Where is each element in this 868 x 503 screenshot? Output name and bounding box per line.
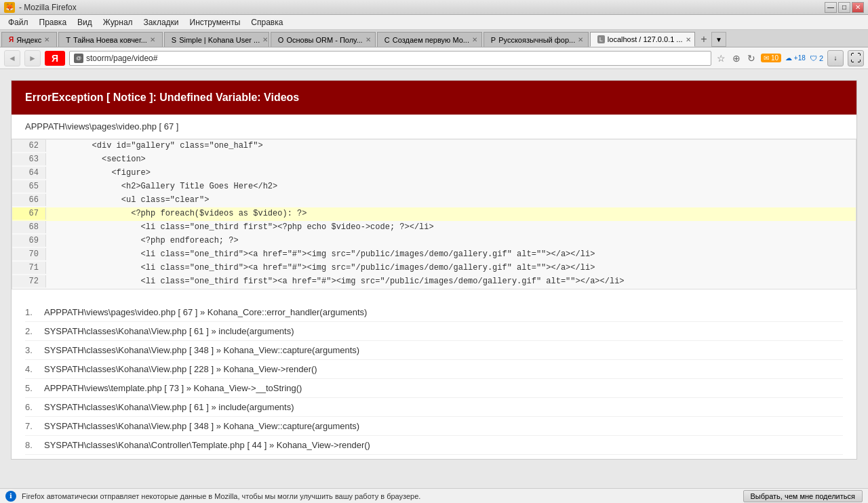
forward-button[interactable]: ► xyxy=(24,50,41,66)
stack-item-text: APPPATH\views\template.php [ 73 ] » Koha… xyxy=(44,383,302,393)
line-number: 70 xyxy=(12,248,46,260)
url-bar[interactable]: @ stoorm/page/video# xyxy=(69,51,711,66)
stack-item-text: APPPATH\views\pages\video.php [ 67 ] » K… xyxy=(44,307,367,317)
title-bar: 🦊 - Mozilla Firefox — □ ✕ xyxy=(0,0,868,15)
tab-label: Создаем первую Мо... xyxy=(393,36,469,44)
tab-label: Simple | Kohana User ... xyxy=(179,36,260,44)
code-line: 63 <section> xyxy=(12,153,856,167)
yandex-logo[interactable]: Я xyxy=(45,51,65,66)
error-title: ErrorException [ Notice ]: Undefined Var… xyxy=(25,92,299,103)
line-code: <ul class="clear"> xyxy=(46,194,216,206)
stack-item-number: 1. xyxy=(25,307,39,317)
stack-item-text: SYSPATH\classes\Kohana\View.php [ 228 ] … xyxy=(44,364,317,374)
tab-close-icon[interactable]: ✕ xyxy=(262,36,268,43)
url-favicon: @ xyxy=(74,54,83,63)
info-icon: ℹ xyxy=(5,491,16,502)
stack-item-number: 7. xyxy=(25,421,39,431)
tab-close-icon[interactable]: ✕ xyxy=(578,36,583,43)
line-number: 65 xyxy=(12,180,46,193)
url-text: stoorm/page/video# xyxy=(86,54,157,63)
tab-label: Русскоязычный фор... xyxy=(498,36,575,44)
stack-item: 2.SYSPATH\classes\Kohana\View.php [ 61 ]… xyxy=(25,322,843,341)
code-line: 66 <ul class="clear"> xyxy=(12,194,856,207)
mail-badge[interactable]: ✉ 10 xyxy=(761,54,781,62)
tab-favicon: С xyxy=(384,36,390,44)
tab-localhost[interactable]: L localhost / 127.0.0.1 ... ✕ xyxy=(590,32,695,47)
tab-favicon: Р xyxy=(491,36,496,44)
line-number: 69 xyxy=(12,235,46,247)
code-line: 62 <div id="gallery" class="one_half"> xyxy=(12,140,856,153)
tab-sozdaem[interactable]: С Создаем первую Мо... ✕ xyxy=(377,32,482,47)
stack-item: 4.SYSPATH\classes\Kohana\View.php [ 228 … xyxy=(25,360,843,379)
tab-close-icon[interactable]: ✕ xyxy=(472,36,477,43)
line-number: 63 xyxy=(12,153,46,165)
menu-help[interactable]: Справка xyxy=(245,16,288,28)
tab-favicon: T xyxy=(66,36,71,44)
stack-item-text: SYSPATH\classes\Kohana\View.php [ 348 ] … xyxy=(44,345,359,355)
line-number: 68 xyxy=(12,221,46,233)
stack-item-number: 6. xyxy=(25,402,39,412)
code-line: 69 <?php endforeach; ?> xyxy=(12,235,856,248)
menu-tools[interactable]: Инструменты xyxy=(184,16,246,28)
line-number: 72 xyxy=(12,275,46,287)
minimize-button[interactable]: — xyxy=(825,2,837,13)
line-number: 62 xyxy=(12,140,46,152)
tab-yandex[interactable]: Я Яндекс ✕ xyxy=(1,32,57,47)
maximize-button[interactable]: □ xyxy=(838,2,850,13)
stack-item: 8.SYSPATH\classes\Kohana\Controller\Temp… xyxy=(25,436,843,455)
close-button[interactable]: ✕ xyxy=(852,2,864,13)
fullscreen-button[interactable]: ⛶ xyxy=(848,50,864,66)
new-tab-button[interactable]: + xyxy=(696,32,711,47)
status-button[interactable]: Выбрать, чем мне поделиться xyxy=(743,490,863,502)
tab-tayna[interactable]: T Тайна Ноева ковчег... ✕ xyxy=(58,32,163,47)
tab-label: Тайна Ноева ковчег... xyxy=(73,36,147,44)
menu-bookmarks[interactable]: Закладки xyxy=(138,16,184,28)
tab-russky[interactable]: Р Русскоязычный фор... ✕ xyxy=(484,32,589,47)
status-text: Firefox автоматически отправляет некотор… xyxy=(22,492,738,500)
line-number: 67 xyxy=(12,207,46,220)
code-line: 65 <h2>Gallery Title Goes Here</h2> xyxy=(12,180,856,194)
line-number: 71 xyxy=(12,262,46,274)
tab-close-icon[interactable]: ✕ xyxy=(44,36,50,43)
stack-item: 6.SYSPATH\classes\Kohana\View.php [ 61 ]… xyxy=(25,398,843,417)
title-bar-buttons[interactable]: — □ ✕ xyxy=(825,2,864,13)
shield-badge[interactable]: 🛡 2 xyxy=(810,54,823,62)
download-button[interactable]: ↓ xyxy=(827,50,844,66)
tab-close-icon[interactable]: ✕ xyxy=(366,36,371,43)
line-code: <li class="one_third first"><a href="#">… xyxy=(46,275,631,287)
menu-view[interactable]: Вид xyxy=(72,16,98,28)
file-path: APPPATH\views\pages\video.php [ 67 ] xyxy=(12,115,856,139)
star-icon[interactable]: ☆ xyxy=(715,52,727,65)
browser-content-area: ErrorException [ Notice ]: Undefined Var… xyxy=(0,69,868,496)
line-code: <figure> xyxy=(46,167,157,179)
stack-item-number: 4. xyxy=(25,364,39,374)
line-code: <?php endforeach; ?> xyxy=(46,235,245,247)
menu-bar: Файл Правка Вид Журнал Закладки Инструме… xyxy=(0,15,868,30)
tab-close-icon[interactable]: ✕ xyxy=(150,36,155,43)
stack-item: 5.APPPATH\views\template.php [ 73 ] » Ko… xyxy=(25,379,843,398)
tab-kohana-simple[interactable]: S Simple | Kohana User ... ✕ xyxy=(164,32,269,47)
back-button[interactable]: ◄ xyxy=(4,50,20,66)
stack-item-text: SYSPATH\classes\Kohana\Controller\Templa… xyxy=(44,440,370,450)
weather-badge: ☁ +18 xyxy=(785,54,806,62)
tab-favicon: О xyxy=(278,36,284,44)
file-path-text: APPPATH\views\pages\video.php [ 67 ] xyxy=(25,121,178,132)
menu-history[interactable]: Журнал xyxy=(98,16,138,28)
tab-list-button[interactable]: ▼ xyxy=(711,32,726,47)
line-number: 64 xyxy=(12,167,46,179)
bookmark-icon[interactable]: ⊕ xyxy=(731,52,742,65)
address-bar: ◄ ► Я @ stoorm/page/video# ☆ ⊕ ↻ ✉ 10 ☁ … xyxy=(0,47,868,69)
refresh-icon[interactable]: ↻ xyxy=(746,52,757,65)
stack-item: 3.SYSPATH\classes\Kohana\View.php [ 348 … xyxy=(25,341,843,360)
menu-edit[interactable]: Правка xyxy=(34,16,73,28)
code-line: 72 <li class="one_third first"><a href="… xyxy=(12,275,856,289)
line-code: <li class="one_third"><a href="#"><img s… xyxy=(46,262,601,274)
code-line: 64 <figure> xyxy=(12,167,856,180)
tab-close-icon[interactable]: ✕ xyxy=(686,36,691,43)
main-content: ErrorException [ Notice ]: Undefined Var… xyxy=(11,80,857,460)
tab-orm[interactable]: О Основы ORM - Полу... ✕ xyxy=(271,32,376,47)
stack-item: 1.APPPATH\views\pages\video.php [ 67 ] »… xyxy=(25,303,843,322)
menu-file[interactable]: Файл xyxy=(3,16,34,28)
stack-item-text: SYSPATH\classes\Kohana\View.php [ 61 ] »… xyxy=(44,326,294,336)
stack-item-number: 8. xyxy=(25,440,39,450)
